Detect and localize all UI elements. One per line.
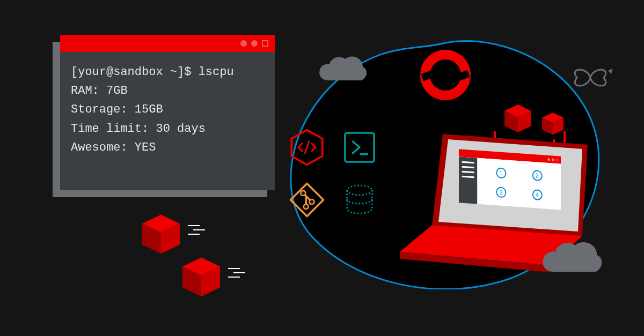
svg-point-20 [301, 191, 305, 196]
openshift-logo-icon [419, 48, 472, 102]
cube-icon [182, 257, 220, 299]
close-icon [262, 40, 268, 47]
svg-point-22 [304, 204, 309, 209]
terminal-output-line: Time limit: 30 days [71, 120, 264, 138]
terminal-titlebar [60, 35, 275, 52]
code-icon [288, 128, 326, 167]
terminal-output-line: Awesome: YES [71, 138, 264, 157]
number-badge-1: 1 [496, 167, 506, 178]
cube-icon [142, 214, 180, 256]
terminal-body: [your@sandbox ~]$ lscpu RAM: 7GB Storage… [60, 52, 275, 190]
maximize-icon [251, 40, 258, 47]
terminal-window: [your@sandbox ~]$ lscpu RAM: 7GB Storage… [60, 35, 275, 190]
cloud-icon [316, 54, 369, 86]
mini-content: 1 2 3 4 [477, 158, 561, 210]
technology-icons [286, 126, 381, 221]
number-badge-2: 2 [532, 170, 542, 181]
svg-marker-3 [608, 69, 612, 74]
infinity-loop-icon [566, 64, 614, 91]
laptop-screen-window: 1 2 3 4 [459, 149, 561, 210]
terminal-prompt: [your@sandbox ~]$ lscpu [71, 63, 264, 81]
terminal-prompt-icon [340, 128, 379, 167]
motion-lines [228, 268, 245, 278]
number-badge-4: 4 [532, 189, 542, 200]
terminal-output-line: Storage: 15GB [71, 100, 264, 119]
number-badge-3: 3 [496, 186, 506, 198]
minimize-icon [240, 40, 247, 47]
database-icon [340, 181, 379, 219]
terminal-output-line: RAM: 7GB [71, 81, 264, 100]
svg-point-23 [347, 185, 372, 195]
cloud-icon [537, 238, 606, 279]
git-icon [288, 181, 326, 219]
mini-sidebar [459, 156, 477, 204]
svg-point-21 [310, 199, 314, 204]
motion-lines [188, 225, 205, 235]
